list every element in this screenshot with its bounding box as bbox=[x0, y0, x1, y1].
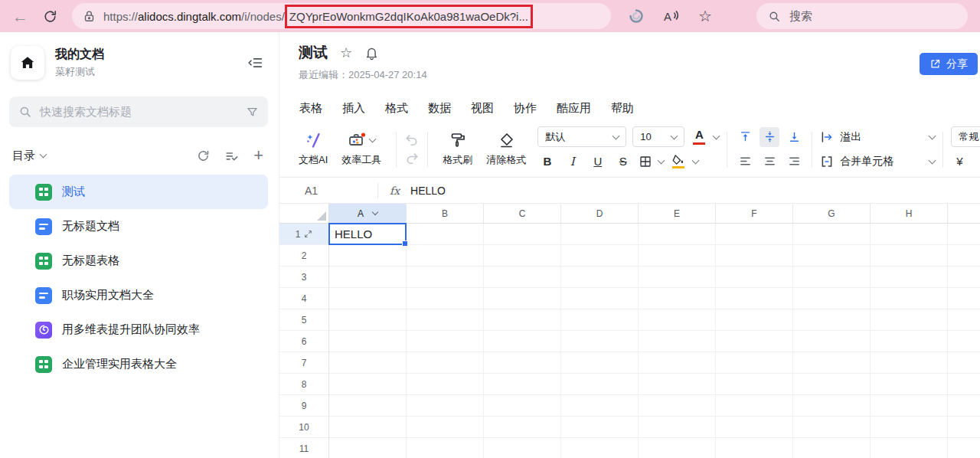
cell-F7[interactable] bbox=[716, 352, 793, 374]
cell-C6[interactable] bbox=[484, 331, 561, 352]
cell-F4[interactable] bbox=[716, 288, 793, 309]
strikethrough-button[interactable]: S bbox=[613, 155, 632, 168]
formula-input[interactable]: HELLO bbox=[410, 185, 446, 197]
cell-A4[interactable] bbox=[329, 288, 407, 309]
sidebar-search[interactable]: 快速搜索文档标题 bbox=[9, 97, 268, 127]
browser-back-icon[interactable]: ← bbox=[12, 8, 28, 25]
row-header-9[interactable]: 9 bbox=[279, 395, 329, 417]
menu-item-2[interactable]: 格式 bbox=[385, 101, 408, 116]
doc-ai-button[interactable]: 文档AI bbox=[292, 131, 335, 167]
cell-C11[interactable] bbox=[484, 438, 561, 458]
cell-partial-3[interactable] bbox=[948, 267, 980, 288]
undo-button[interactable] bbox=[404, 132, 420, 148]
cell-B5[interactable] bbox=[407, 309, 484, 331]
cell-C1[interactable] bbox=[484, 224, 561, 245]
cell-G2[interactable] bbox=[793, 245, 871, 267]
row-header-10[interactable]: 10 bbox=[279, 417, 329, 438]
column-header-C[interactable]: C bbox=[484, 204, 561, 224]
cell-H8[interactable] bbox=[871, 374, 948, 395]
lock-icon[interactable] bbox=[83, 10, 96, 23]
extension-swirl-icon[interactable] bbox=[629, 8, 644, 24]
menu-item-4[interactable]: 视图 bbox=[471, 101, 494, 116]
cell-H10[interactable] bbox=[871, 417, 948, 438]
row-header-11[interactable]: 11 bbox=[279, 438, 329, 458]
cell-G10[interactable] bbox=[793, 417, 871, 438]
cell-H7[interactable] bbox=[871, 352, 948, 374]
cell-E9[interactable] bbox=[639, 395, 716, 417]
fill-color-button[interactable] bbox=[670, 154, 687, 168]
sidebar-item-4[interactable]: 用多维表提升团队协同效率 bbox=[9, 312, 268, 347]
font-color-button[interactable]: A bbox=[691, 129, 707, 145]
column-header-B[interactable]: B bbox=[407, 204, 484, 224]
sidebar-item-3[interactable]: 职场实用文档大全 bbox=[9, 278, 268, 312]
italic-button[interactable]: I bbox=[563, 155, 582, 168]
cell-A7[interactable] bbox=[329, 352, 407, 374]
notification-bell-icon[interactable] bbox=[364, 46, 379, 61]
cell-G1[interactable] bbox=[793, 224, 871, 245]
font-size-select[interactable]: 10 bbox=[632, 126, 684, 147]
cell-D6[interactable] bbox=[561, 331, 639, 352]
cell-F1[interactable] bbox=[716, 224, 793, 245]
column-filter-chevron-icon[interactable] bbox=[372, 209, 378, 215]
cell-H6[interactable] bbox=[871, 331, 948, 352]
sort-check-icon[interactable] bbox=[224, 149, 239, 163]
cell-E5[interactable] bbox=[639, 309, 716, 331]
cell-partial-2[interactable] bbox=[948, 245, 980, 267]
overflow-button[interactable]: 溢出 bbox=[820, 126, 935, 148]
favorite-page-icon[interactable]: ☆ bbox=[698, 8, 712, 24]
cell-C8[interactable] bbox=[484, 374, 561, 395]
cell-E8[interactable] bbox=[639, 374, 716, 395]
format-painter-button[interactable]: 格式刷 bbox=[436, 131, 479, 167]
cell-G11[interactable] bbox=[793, 438, 871, 458]
cell-H2[interactable] bbox=[871, 245, 948, 267]
cell-B10[interactable] bbox=[407, 417, 484, 438]
cell-A1[interactable]: HELLO bbox=[329, 224, 407, 245]
filter-icon[interactable] bbox=[246, 106, 259, 119]
cell-C10[interactable] bbox=[484, 417, 561, 438]
cell-B11[interactable] bbox=[407, 438, 484, 458]
read-aloud-icon[interactable]: A bbox=[663, 8, 679, 25]
row-header-1[interactable]: 1 bbox=[279, 224, 329, 245]
clear-format-button[interactable]: 清除格式 bbox=[479, 131, 533, 167]
chevron-down-icon[interactable] bbox=[692, 156, 700, 164]
cell-C3[interactable] bbox=[484, 267, 561, 288]
cell-F2[interactable] bbox=[716, 245, 793, 267]
cell-B7[interactable] bbox=[407, 352, 484, 374]
underline-button[interactable]: U bbox=[588, 155, 607, 168]
borders-button[interactable] bbox=[639, 155, 652, 168]
halign-left-button[interactable] bbox=[735, 152, 755, 172]
font-family-select[interactable]: 默认 bbox=[537, 126, 626, 147]
cell-F9[interactable] bbox=[716, 395, 793, 417]
cell-F8[interactable] bbox=[716, 374, 793, 395]
menu-item-7[interactable]: 帮助 bbox=[611, 101, 634, 116]
cell-B1[interactable] bbox=[407, 224, 484, 245]
cell-A2[interactable] bbox=[329, 245, 407, 267]
cell-G6[interactable] bbox=[793, 331, 871, 352]
bold-button[interactable]: B bbox=[537, 155, 557, 168]
cell-A8[interactable] bbox=[329, 374, 407, 395]
column-header-H[interactable]: H bbox=[871, 204, 948, 224]
sidebar-item-2[interactable]: 无标题表格 bbox=[9, 244, 268, 278]
cell-H9[interactable] bbox=[871, 395, 948, 417]
share-button[interactable]: 分享 bbox=[920, 53, 978, 75]
cell-partial-1[interactable] bbox=[948, 224, 980, 245]
cell-C4[interactable] bbox=[484, 288, 561, 309]
cell-D10[interactable] bbox=[561, 417, 639, 438]
sidebar-item-5[interactable]: 企业管理实用表格大全 bbox=[9, 347, 268, 381]
cell-G4[interactable] bbox=[793, 288, 871, 309]
directory-dropdown[interactable]: 目录 bbox=[12, 149, 46, 163]
select-all-corner[interactable] bbox=[279, 204, 329, 224]
cell-E7[interactable] bbox=[639, 352, 716, 374]
cell-E3[interactable] bbox=[639, 267, 716, 288]
cell-H3[interactable] bbox=[871, 267, 948, 288]
cell-B8[interactable] bbox=[407, 374, 484, 395]
browser-search[interactable]: 搜索 bbox=[756, 3, 968, 29]
cell-F3[interactable] bbox=[716, 267, 793, 288]
cell-B6[interactable] bbox=[407, 331, 484, 352]
browser-refresh-icon[interactable] bbox=[43, 9, 57, 24]
cell-B3[interactable] bbox=[407, 267, 484, 288]
cell-H4[interactable] bbox=[871, 288, 948, 309]
sidebar-item-1[interactable]: 无标题文档 bbox=[9, 209, 268, 244]
cell-A10[interactable] bbox=[329, 417, 407, 438]
collapse-sidebar-icon[interactable] bbox=[247, 54, 263, 71]
